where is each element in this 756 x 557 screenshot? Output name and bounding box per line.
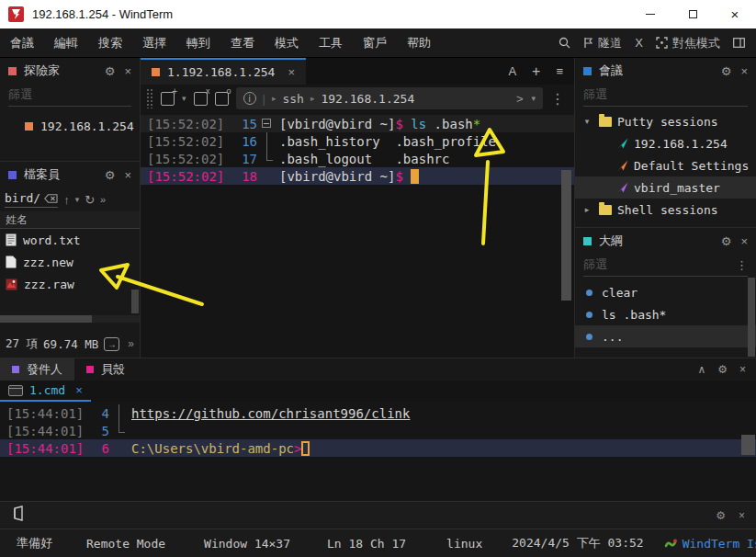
filer-footer-overflow-icon[interactable]: » [128,337,134,350]
new-session-icon[interactable] [161,92,175,106]
host-label[interactable]: 192.168.1.254 [321,92,414,106]
windterm-issues-link[interactable]: WindTerm Issues [664,537,756,551]
filer-close-icon[interactable]: × [124,168,131,182]
explorer-close-icon[interactable]: × [124,64,131,78]
cmd-terminal[interactable]: [15:44:01] 4 https://github.com/chrisant… [0,402,756,457]
chevron-down-icon[interactable]: ▾ [581,117,593,126]
info-icon[interactable]: i [243,92,256,105]
outline-settings-icon[interactable]: ⚙ [721,234,732,248]
quickstrip-settings-icon[interactable]: ⚙ [716,509,726,522]
outline-item[interactable]: clear [575,281,756,303]
tree-item-session[interactable]: Default Settings [575,154,756,176]
filer-settings-icon[interactable]: ⚙ [105,168,116,182]
menu-goto[interactable]: 轉到 [176,35,220,51]
font-size-button[interactable]: A [508,64,516,78]
filer-panel: 檔案員 ⚙ × bird/ ↑ ▾ ↻ » [0,162,140,358]
tunnel-button[interactable]: 隧道 [583,35,622,51]
filer-name-column-header[interactable]: 姓名 [0,211,140,229]
tab-list-icon[interactable]: ≡ [556,64,563,78]
explorer-settings-icon[interactable]: ⚙ [105,64,116,78]
menu-mode[interactable]: 模式 [265,35,309,51]
tree-item-session-selected[interactable]: vbird_master [575,176,756,199]
terminal-scrollbar[interactable] [561,170,571,301]
address-bar[interactable]: i | ▸ ssh ▸ 192.168.1.254 > ▾ [236,87,543,109]
close-session-icon[interactable] [194,92,208,106]
door-icon[interactable] [11,506,25,525]
close-button[interactable]: × [714,0,756,28]
bottom-settings-icon[interactable]: ⚙ [717,363,728,376]
file-row-zzz-raw[interactable]: zzz.raw [0,273,140,295]
tab-shell[interactable]: 貝殼 [74,358,137,381]
menu-window[interactable]: 窗戶 [353,35,397,51]
sessions-filter-input[interactable]: 篩選 [583,84,748,107]
outline-more-icon[interactable]: ⋮ [736,258,748,272]
menu-search[interactable]: 搜索 [88,35,132,51]
new-session-dropdown-icon[interactable]: ▾ [182,94,186,103]
windterm-window: 192.168.1.254 - WindTerm × 會議 編輯 搜索 選擇 轉… [0,0,756,557]
menu-edit[interactable]: 編輯 [44,35,88,51]
address-dropdown-icon[interactable]: ▾ [531,94,536,103]
outline-item[interactable]: ls .bash* [575,303,756,325]
fold-collapse-icon[interactable] [262,119,271,128]
menu-select[interactable]: 選擇 [132,35,176,51]
tab-sender[interactable]: 發件人 [0,358,74,381]
status-system[interactable]: linux [446,537,482,551]
menu-tools[interactable]: 工具 [309,35,353,51]
menu-sessions[interactable]: 會議 [0,35,44,51]
sessions-settings-icon[interactable]: ⚙ [721,64,732,78]
minimize-button[interactable] [629,0,671,28]
sessions-close-icon[interactable]: × [740,64,748,78]
up-directory-icon[interactable]: ↑ [63,193,70,207]
protocol-label[interactable]: ssh [282,92,303,106]
go-icon[interactable]: > [516,92,524,106]
cmd-scrollbar[interactable] [741,435,755,455]
tab-cmd-session[interactable]: 1.cmd × [0,381,91,402]
tree-group-shell[interactable]: ▸ Shell sessions [575,199,756,221]
xterm-button[interactable]: X [635,36,643,50]
tree-item-session[interactable]: 192.168.1.254 [575,132,756,154]
reopen-session-icon[interactable] [215,92,229,106]
menu-view[interactable]: 查看 [220,35,265,51]
chevron-right-icon[interactable]: ▸ [581,205,593,214]
outline-filter-input[interactable]: 篩選 [583,256,607,273]
explorer-host-item[interactable]: 192.168.1.254 [0,115,140,137]
session-plane-icon [617,160,628,171]
search-icon[interactable] [559,37,570,49]
tab-close-icon[interactable]: × [288,65,295,79]
filer-path-input[interactable]: bird/ [5,191,58,208]
quickstrip-close-icon[interactable]: × [739,509,745,522]
maximize-button[interactable] [671,0,714,28]
layout-icon[interactable] [733,38,745,48]
file-row-zzz-new[interactable]: zzz.new [0,251,140,273]
new-tab-button[interactable]: + [532,63,540,80]
filer-overflow-icon[interactable]: » [100,194,106,205]
outline-item-selected[interactable]: ... [575,325,756,347]
filer-vertical-scrollbar[interactable] [131,290,139,313]
menu-help[interactable]: 帮助 [397,35,441,51]
file-row-word-txt[interactable]: word.txt [0,229,140,251]
explorer-filter-input[interactable]: 篩選 [8,84,131,107]
toolbar-drag-handle[interactable] [146,88,153,108]
tree-item-clipped[interactable]: 192.168.1.254 [575,221,756,228]
tree-group-putty[interactable]: ▾ Putty sessions [575,110,756,132]
focus-mode-button[interactable]: 對焦模式 [656,35,720,51]
outline-close-icon[interactable]: × [740,234,748,248]
collapse-panel-icon[interactable]: ∧ [697,363,705,376]
bottom-close-icon[interactable]: × [739,363,746,376]
tab-ssh-session[interactable]: 1.192.168.1.254 × [141,58,306,85]
status-cursor-position[interactable]: Ln 18 Ch 17 [327,537,406,551]
open-location-icon[interactable]: → [104,337,119,351]
outline-scrollbar[interactable] [748,278,755,357]
refresh-icon[interactable]: ↻ [85,193,95,207]
status-window-size[interactable]: Window 14×37 [204,537,290,551]
text-file-icon [6,233,17,246]
github-link[interactable]: https://github.com/chrisant996/clink [131,406,410,421]
sessions-title: 會議 [599,63,623,79]
filer-horizontal-scrollbar[interactable] [0,315,140,323]
path-dropdown-icon[interactable]: ▾ [75,195,80,204]
cmd-tab-close-icon[interactable]: × [75,383,83,397]
toolbar-more-icon[interactable]: ⋮ [550,90,569,108]
ssh-terminal[interactable]: [15:52:02] 15 [vbird@vbird ~]$ ls .bash*… [141,112,574,358]
status-mode[interactable]: Remote Mode [86,537,165,551]
backspace-icon[interactable] [44,194,58,203]
